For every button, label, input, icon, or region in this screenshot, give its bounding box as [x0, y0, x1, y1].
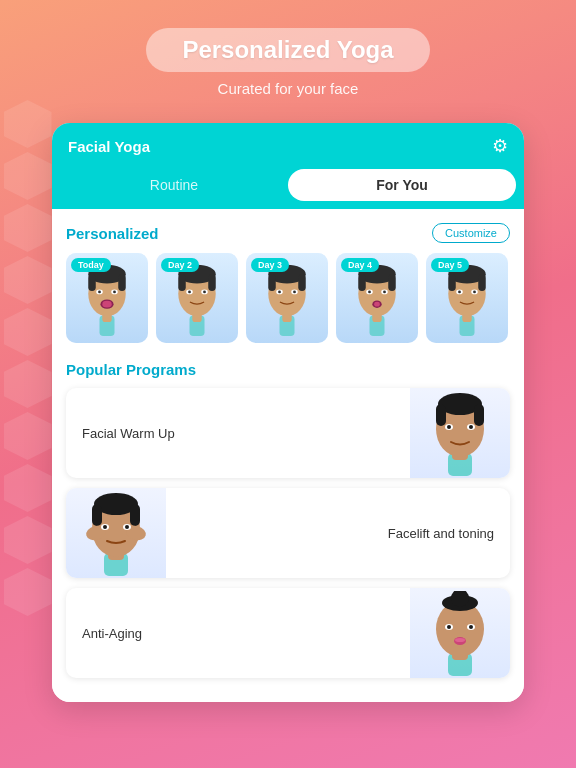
program-image-facelift [66, 488, 166, 578]
card-header: Facial Yoga ⚙ [52, 123, 524, 169]
content-area: Personalized Customize Today [52, 209, 524, 702]
svg-point-74 [103, 525, 107, 529]
svg-point-30 [278, 290, 281, 293]
title-area: Personalized Yoga Curated for your face [0, 0, 576, 123]
main-card: Facial Yoga ⚙ Routine For You Personaliz… [52, 123, 524, 702]
svg-rect-5 [118, 274, 126, 291]
program-card-antiaging[interactable]: Anti-Aging [66, 588, 510, 678]
program-image-warmup [410, 388, 510, 478]
svg-rect-59 [474, 404, 484, 426]
honeycomb-decoration [0, 100, 55, 700]
svg-rect-36 [358, 274, 366, 291]
day-card-3[interactable]: Day 3 [246, 253, 328, 343]
day-card-5[interactable]: Day 5 [426, 253, 508, 343]
tab-routine[interactable]: Routine [60, 169, 288, 201]
day-card-today[interactable]: Today [66, 253, 148, 343]
app-title: Personalized Yoga [182, 36, 393, 64]
program-card-warmup[interactable]: Facial Warm Up [66, 388, 510, 478]
svg-point-53 [473, 290, 476, 293]
day-card-2[interactable]: Day 2 [156, 253, 238, 343]
svg-rect-26 [268, 274, 276, 291]
program-image-antiaging [410, 588, 510, 678]
svg-point-83 [447, 625, 451, 629]
svg-point-21 [203, 290, 206, 293]
svg-point-86 [455, 638, 465, 642]
svg-rect-69 [130, 504, 140, 526]
svg-point-84 [469, 625, 473, 629]
svg-point-11 [102, 300, 111, 307]
day-card-4[interactable]: Day 4 [336, 253, 418, 343]
day-badge-2: Day 2 [161, 258, 199, 272]
program-card-facelift[interactable]: Facelift and toning [66, 488, 510, 578]
svg-rect-37 [388, 274, 396, 291]
tab-bar: Routine For You [52, 169, 524, 209]
svg-point-75 [125, 525, 129, 529]
popular-programs-title: Popular Programs [66, 361, 510, 378]
day-badge-3: Day 3 [251, 258, 289, 272]
svg-rect-68 [92, 504, 102, 526]
customize-button[interactable]: Customize [432, 223, 510, 243]
svg-point-9 [113, 290, 116, 293]
svg-rect-16 [178, 274, 186, 291]
svg-point-20 [188, 290, 191, 293]
personalized-header: Personalized Customize [66, 223, 510, 243]
svg-point-43 [374, 301, 380, 306]
day-scroll[interactable]: Today [66, 253, 510, 347]
svg-point-63 [469, 425, 473, 429]
svg-rect-17 [208, 274, 216, 291]
svg-rect-48 [448, 274, 456, 291]
svg-point-62 [447, 425, 451, 429]
svg-point-52 [458, 290, 461, 293]
svg-rect-4 [88, 274, 96, 291]
svg-rect-27 [298, 274, 306, 291]
day-badge-5: Day 5 [431, 258, 469, 272]
day-badge-4: Day 4 [341, 258, 379, 272]
svg-point-40 [368, 290, 371, 293]
title-pill: Personalized Yoga [146, 28, 429, 72]
personalized-title: Personalized [66, 225, 159, 242]
app-subtitle: Curated for your face [20, 80, 556, 97]
svg-point-41 [383, 290, 386, 293]
svg-point-31 [293, 290, 296, 293]
tab-for-you[interactable]: For You [288, 169, 516, 201]
settings-icon[interactable]: ⚙ [492, 135, 508, 157]
program-name-warmup: Facial Warm Up [66, 426, 410, 441]
program-name-facelift: Facelift and toning [166, 526, 510, 541]
svg-rect-58 [436, 404, 446, 426]
day-badge-today: Today [71, 258, 111, 272]
card-title: Facial Yoga [68, 138, 150, 155]
svg-point-8 [98, 290, 101, 293]
svg-rect-49 [478, 274, 486, 291]
program-name-antiaging: Anti-Aging [66, 626, 410, 641]
